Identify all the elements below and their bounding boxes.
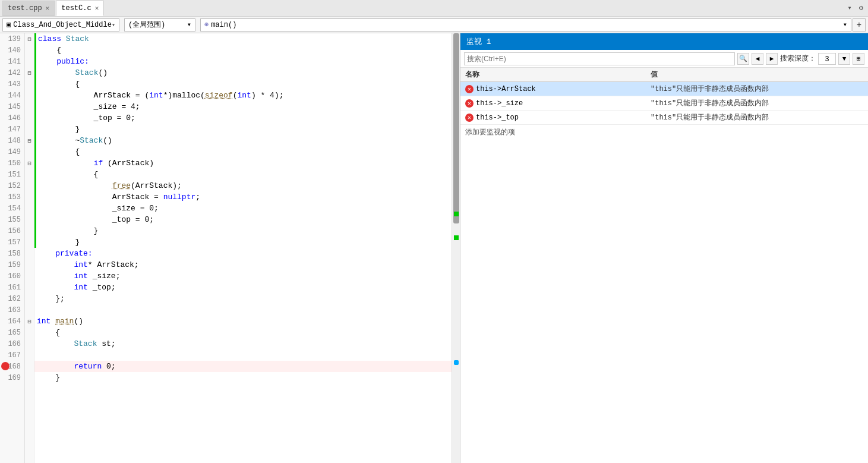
line-number-160: 160 (0, 270, 24, 282)
code-line-142: Stack() (34, 67, 452, 78)
code-line-158: private: (34, 248, 452, 259)
code-line-169: } (34, 372, 452, 383)
code-line-140: { (34, 45, 452, 56)
line-number-153: 153 (0, 191, 24, 203)
gutter-cell-165 (25, 327, 34, 338)
class-dropdown[interactable]: ▣ Class_And_Object_Middle ▾ (2, 18, 119, 32)
col-value-header: 值 (651, 70, 868, 80)
green-bar-155 (34, 214, 36, 225)
error-icon-2: ✕ (465, 114, 474, 122)
code-line-139: class Stack (34, 33, 452, 45)
tab-test-cpp[interactable]: test.cpp ✕ (2, 1, 55, 16)
gutter-cell-151 (25, 169, 34, 180)
line-number-168: 168 (0, 361, 24, 372)
gutter-cell-154 (25, 203, 34, 214)
gutter-cell-147 (25, 124, 34, 135)
tab-settings-icon[interactable]: ⚙ (857, 2, 866, 14)
code-line-143: { (34, 78, 452, 90)
line-number-155: 155 (0, 214, 24, 225)
watch-row-2[interactable]: ✕this->_top"this"只能用于非静态成员函数内部 (460, 111, 868, 125)
green-bar-157 (34, 237, 36, 248)
depth-label: 搜索深度： (780, 53, 816, 64)
code-line-159: int* ArrStack; (34, 259, 452, 270)
main-area: 1391401411421431441451461471481491501511… (0, 33, 868, 463)
code-line-161: int _top; (34, 282, 452, 293)
scope-dropdown[interactable]: (全局范围) ▾ (124, 18, 195, 32)
line-number-141: 141 (0, 56, 24, 67)
gutter-cell-155 (25, 214, 34, 225)
line-numbers: 1391401411421431441451461471481491501511… (0, 33, 25, 463)
gutter-cell-148[interactable]: ⊟ (25, 135, 34, 146)
search-back-icon[interactable]: ◀ (752, 53, 763, 65)
line-number-149: 149 (0, 146, 24, 158)
green-bar-146 (34, 112, 36, 124)
col-name-header: 名称 (460, 70, 651, 80)
gutter-cell-152 (25, 180, 34, 191)
watch-row-0[interactable]: ✕this->ArrStack"this"只能用于非静态成员函数内部 (460, 82, 868, 96)
tab-dropdown-icon[interactable]: ▾ (845, 2, 854, 14)
scrollbar-thumb[interactable] (453, 33, 459, 223)
code-line-146: _top = 0; (34, 112, 452, 124)
code-line-153: ArrStack = nullptr; (34, 191, 452, 203)
tab-close-icon[interactable]: ✕ (46, 4, 50, 12)
code-line-165: { (34, 327, 452, 338)
gutter-cell-141 (25, 56, 34, 67)
editor-scrollbar[interactable] (452, 33, 460, 463)
tab-bar: test.cpp ✕ testC.c ✕ ▾ ⚙ (0, 0, 868, 17)
gutter-cell-164[interactable]: ⊟ (25, 316, 34, 327)
code-line-155: _top = 0; (34, 214, 452, 225)
line-number-152: 152 (0, 180, 24, 191)
gutter-cell-144 (25, 90, 34, 101)
code-line-166: Stack st; (34, 338, 452, 349)
green-bar-142 (34, 67, 36, 78)
func-dropdown[interactable]: ⊕ main() ▾ (200, 18, 851, 32)
code-line-150: if (ArrStack) (34, 158, 452, 169)
columns-icon[interactable]: ⊞ (853, 53, 864, 65)
add-watch-button[interactable]: + (853, 18, 866, 32)
watch-table-header: 名称 值 (460, 68, 868, 82)
green-bar-147 (34, 124, 36, 135)
editor-panel: 1391401411421431441451461471481491501511… (0, 33, 460, 463)
gutter-cell-150[interactable]: ⊟ (25, 158, 34, 169)
watch-row-1[interactable]: ✕this->_size"this"只能用于非静态成员函数内部 (460, 96, 868, 111)
code-line-168: return 0; (34, 361, 452, 372)
green-bar-148 (34, 135, 36, 146)
filter-icon[interactable]: ▼ (838, 53, 850, 65)
green-bar-153 (34, 191, 36, 203)
code-area[interactable]: 1391401411421431441451461471481491501511… (0, 33, 460, 463)
gutter: ⊟⊟⊟⊟⊟ (25, 33, 34, 463)
green-bar-143 (34, 78, 36, 90)
line-number-163: 163 (0, 304, 24, 316)
search-forward-icon[interactable]: ▶ (766, 53, 778, 65)
gutter-cell-139[interactable]: ⊟ (25, 33, 34, 45)
line-number-166: 166 (0, 338, 24, 349)
gutter-cell-142[interactable]: ⊟ (25, 67, 34, 78)
line-number-145: 145 (0, 101, 24, 112)
line-number-157: 157 (0, 237, 24, 248)
green-bar-145 (34, 101, 36, 112)
watch-search-input[interactable] (464, 52, 735, 65)
gutter-cell-153 (25, 191, 34, 203)
watch-rows: ✕this->ArrStack"this"只能用于非静态成员函数内部✕this-… (460, 82, 868, 125)
nav-bar: ▣ Class_And_Object_Middle ▾ (全局范围) ▾ ⊕ m… (0, 17, 868, 33)
code-line-147: } (34, 124, 452, 135)
line-number-147: 147 (0, 124, 24, 135)
gutter-cell-166 (25, 338, 34, 349)
code-line-149: { (34, 146, 452, 158)
code-line-162: }; (34, 293, 452, 304)
code-content[interactable]: class Stack { public: Stack() { ArrStack… (34, 33, 452, 463)
code-line-145: _size = 4; (34, 101, 452, 112)
watch-table: 名称 值 ✕this->ArrStack"this"只能用于非静态成员函数内部✕… (460, 68, 868, 463)
class-dropdown-arrow: ▾ (112, 21, 115, 29)
search-button[interactable]: 🔍 (737, 53, 749, 65)
green-bar-139 (34, 33, 36, 45)
green-bar-150 (34, 158, 36, 169)
tab-testC-c[interactable]: testC.c ✕ (56, 1, 104, 16)
tab-close-icon[interactable]: ✕ (95, 4, 99, 12)
error-icon-1: ✕ (465, 99, 474, 108)
line-number-146: 146 (0, 112, 24, 124)
watch-row-name-0: ✕this->ArrStack (460, 85, 651, 93)
add-watch-label[interactable]: 添加要监视的项 (460, 125, 868, 140)
depth-input[interactable] (818, 53, 836, 65)
green-indicator-1 (454, 212, 459, 216)
